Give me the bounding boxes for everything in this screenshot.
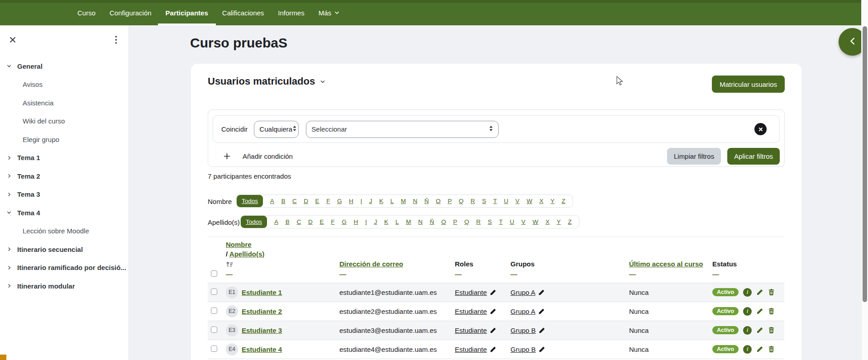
firstname-letter-link[interactable]: B — [281, 198, 285, 204]
group-link[interactable]: Grupo A — [510, 308, 535, 315]
sort-by-firstname-link[interactable]: Nombre — [226, 241, 252, 248]
lastname-letter-link[interactable]: R — [476, 218, 481, 225]
firstname-letter-link[interactable]: J — [369, 198, 372, 204]
firstname-letter-link[interactable]: Y — [550, 198, 554, 204]
nav-item-calificaciones[interactable]: Calificaciones — [222, 0, 264, 25]
firstname-letter-link[interactable]: D — [304, 198, 308, 204]
role-link[interactable]: Estudiante — [455, 327, 487, 334]
lastname-letter-link[interactable]: T — [499, 218, 503, 225]
lastname-letter-link[interactable]: W — [533, 218, 539, 225]
firstname-letter-link[interactable]: R — [471, 198, 475, 204]
close-drawer-icon[interactable] — [7, 34, 18, 45]
firstname-letter-link[interactable]: T — [493, 198, 497, 204]
firstname-letter-link[interactable]: A — [270, 198, 274, 204]
sidebar-item-elegir-grupo[interactable]: Elegir grupo — [0, 130, 129, 149]
edit-groups-pencil-icon[interactable] — [539, 327, 545, 334]
hide-status-column-link[interactable]: — — [712, 270, 719, 279]
sidebar-section-itinerario-modular[interactable]: Itinerario modular — [0, 277, 129, 295]
enrolment-info-icon[interactable]: i — [743, 345, 752, 354]
delete-enrolment-trash-icon[interactable] — [768, 308, 775, 315]
nav-item-informes[interactable]: Informes — [278, 0, 304, 25]
lastname-letter-link[interactable]: K — [384, 218, 388, 225]
sidebar-item-wiki-del-curso[interactable]: Wiki del curso — [0, 112, 129, 131]
edit-roles-pencil-icon[interactable] — [490, 289, 496, 296]
firstname-letter-link[interactable]: I — [360, 198, 362, 204]
role-link[interactable]: Estudiante — [455, 346, 487, 353]
edit-groups-pencil-icon[interactable] — [538, 308, 545, 315]
hide-name-column-link[interactable]: — — [226, 270, 233, 279]
nav-item-configuracion[interactable]: Configuración — [110, 0, 152, 25]
edit-enrolment-pencil-icon[interactable] — [756, 346, 763, 353]
firstname-letter-link[interactable]: U — [504, 198, 509, 204]
firstname-letter-link[interactable]: X — [539, 198, 544, 204]
lastname-letter-link[interactable]: F — [331, 218, 334, 225]
sidebar-section-tema-4[interactable]: Tema 4 — [0, 204, 129, 222]
hide-last-access-column-link[interactable]: — — [629, 270, 636, 279]
add-condition-button[interactable]: Añadir condición — [224, 152, 293, 160]
group-link[interactable]: Grupo B — [510, 346, 536, 353]
firstname-letter-link[interactable]: C — [292, 198, 297, 204]
nav-item-participantes[interactable]: Participantes — [166, 0, 208, 25]
row-checkbox[interactable] — [211, 346, 217, 352]
lastname-letter-link[interactable]: A — [274, 218, 278, 225]
edit-enrolment-pencil-icon[interactable] — [756, 327, 763, 334]
vertical-scrollbar[interactable] — [861, 0, 868, 360]
hide-email-column-link[interactable]: — — [339, 270, 346, 279]
nav-item-mas[interactable]: Más — [319, 0, 339, 25]
group-link[interactable]: Grupo B — [510, 327, 536, 334]
edit-groups-pencil-icon[interactable] — [539, 346, 545, 353]
edit-roles-pencil-icon[interactable] — [490, 308, 496, 315]
participant-name-link[interactable]: Estudiante 1 — [242, 289, 282, 296]
firstname-letter-link[interactable]: K — [379, 198, 383, 204]
lastname-letter-link[interactable]: J — [374, 218, 377, 225]
firstname-letter-link[interactable]: Q — [459, 198, 464, 204]
lastname-letter-link[interactable]: B — [286, 218, 290, 225]
participant-name-link[interactable]: Estudiante 2 — [242, 308, 282, 315]
enrolment-info-icon[interactable]: i — [743, 326, 752, 335]
edit-enrolment-pencil-icon[interactable] — [756, 289, 763, 296]
delete-enrolment-trash-icon[interactable] — [768, 289, 775, 296]
row-checkbox[interactable] — [211, 289, 217, 295]
lastname-letter-link[interactable]: X — [545, 218, 549, 225]
sidebar-section-tema-3[interactable]: Tema 3 — [0, 185, 129, 204]
firstname-all-button[interactable]: Todos — [237, 195, 263, 207]
lastname-letter-link[interactable]: G — [342, 218, 347, 225]
row-checkbox[interactable] — [211, 308, 217, 314]
firstname-letter-link[interactable]: L — [391, 198, 394, 204]
hide-groups-column-link[interactable]: — — [510, 270, 517, 279]
role-link[interactable]: Estudiante — [455, 308, 487, 315]
lastname-letter-link[interactable]: O — [441, 218, 446, 225]
lastname-letter-link[interactable]: D — [308, 218, 313, 225]
lastname-letter-link[interactable]: M — [406, 218, 411, 225]
match-type-select[interactable]: Cualquiera — [254, 121, 299, 138]
lastname-letter-link[interactable]: H — [353, 218, 358, 225]
hide-roles-column-link[interactable]: — — [455, 270, 462, 279]
lastname-letter-link[interactable]: Y — [557, 218, 561, 225]
clear-filters-button[interactable]: Limpiar filtros — [667, 148, 721, 165]
firstname-letter-link[interactable]: G — [337, 198, 342, 204]
sort-ascending-icon[interactable] — [226, 261, 234, 268]
sidebar-section-general[interactable]: General — [0, 57, 129, 76]
scrollbar-thumb[interactable] — [863, 26, 867, 302]
kebab-menu-icon[interactable] — [110, 34, 121, 45]
firstname-letter-link[interactable]: H — [349, 198, 353, 204]
firstname-letter-link[interactable]: S — [482, 198, 486, 204]
firstname-letter-link[interactable]: P — [448, 198, 452, 204]
firstname-letter-link[interactable]: M — [401, 198, 406, 204]
lastname-letter-link[interactable]: E — [320, 218, 324, 225]
remove-filter-row-button[interactable] — [754, 123, 767, 135]
lastname-letter-link[interactable]: Z — [568, 218, 572, 225]
sidebar-section-tema-1[interactable]: Tema 1 — [0, 149, 129, 167]
lastname-letter-link[interactable]: I — [365, 218, 367, 225]
delete-enrolment-trash-icon[interactable] — [768, 346, 775, 353]
sidebar-item-asistencia[interactable]: Asistencia — [0, 94, 129, 112]
sidebar-item-avisos[interactable]: Avisos — [0, 76, 129, 94]
sidebar-item-leccion-sobre-moodle[interactable]: Lección sobre Moodle — [0, 222, 129, 241]
firstname-letter-link[interactable]: F — [326, 198, 330, 204]
firstname-letter-link[interactable]: O — [436, 198, 441, 204]
role-link[interactable]: Estudiante — [455, 289, 487, 296]
firstname-letter-link[interactable]: E — [315, 198, 320, 204]
sidebar-section-itinerario-ramificado[interactable]: Itinerario ramificado por decisió... — [0, 259, 129, 277]
firstname-letter-link[interactable]: Ñ — [424, 198, 429, 204]
sort-by-last-access-link[interactable]: Último acceso al curso — [629, 260, 703, 268]
